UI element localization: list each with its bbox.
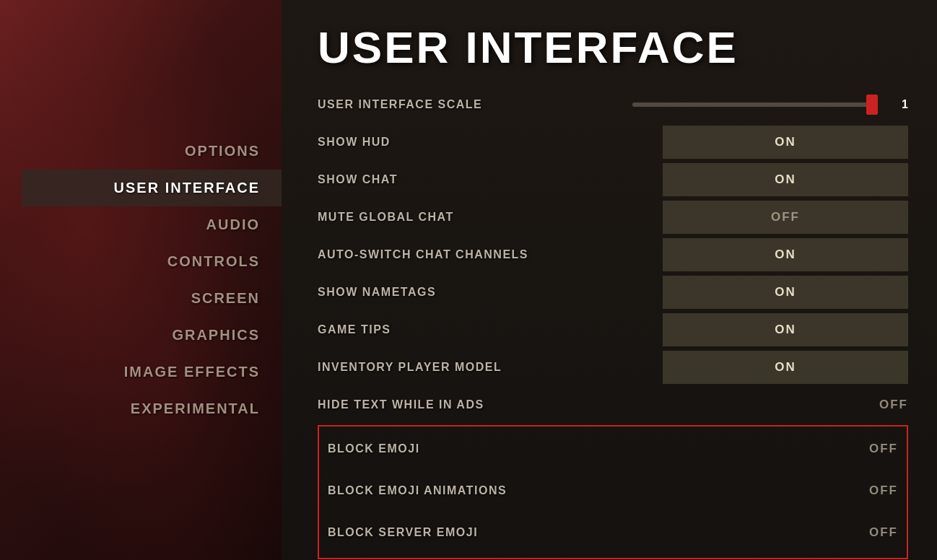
setting-label-ui-scale: USER INTERFACE SCALE <box>318 98 482 111</box>
toggle-block-emoji-animations[interactable]: OFF <box>653 474 898 507</box>
slider-container-ui-scale: 1 <box>482 98 908 111</box>
setting-row-block-server-emoji: BLOCK SERVER EMOJI OFF <box>319 513 907 552</box>
toggle-mute-global-chat[interactable]: OFF <box>663 201 908 234</box>
toggle-game-tips[interactable]: ON <box>663 313 908 346</box>
sidebar-item-controls[interactable]: CONTROLS <box>0 243 260 280</box>
setting-row-show-hud: SHOW HUD ON <box>318 125 908 159</box>
setting-row-ui-scale: USER INTERFACE SCALE 1 <box>318 87 908 122</box>
toggle-hide-text-ads[interactable]: OFF <box>663 388 908 421</box>
setting-label-block-emoji-animations: BLOCK EMOJI ANIMATIONS <box>328 484 507 497</box>
setting-label-show-hud: SHOW HUD <box>318 136 391 149</box>
setting-row-show-nametags: SHOW NAMETAGS ON <box>318 275 908 310</box>
sidebar-item-graphics[interactable]: GRAPHICS <box>0 317 260 354</box>
sidebar-item-audio[interactable]: AUDIO <box>0 206 260 243</box>
toggle-show-chat[interactable]: ON <box>663 163 908 196</box>
toggle-block-emoji[interactable]: OFF <box>653 432 898 465</box>
setting-row-game-tips: GAME TIPS ON <box>318 312 908 347</box>
sidebar-item-user-interface[interactable]: USER INTERFACE <box>22 170 282 206</box>
setting-row-auto-switch-chat: AUTO-SWITCH CHAT CHANNELS ON <box>318 237 908 272</box>
sidebar: OPTIONS USER INTERFACE AUDIO CONTROLS SC… <box>0 0 282 560</box>
sidebar-item-options[interactable]: OPTIONS <box>0 133 260 170</box>
slider-thumb[interactable] <box>866 95 878 115</box>
setting-row-hide-text-ads: HIDE TEXT WHILE IN ADS OFF <box>318 388 908 422</box>
toggle-auto-switch-chat[interactable]: ON <box>663 238 908 271</box>
setting-label-auto-switch-chat: AUTO-SWITCH CHAT CHANNELS <box>318 248 528 261</box>
setting-label-show-chat: SHOW CHAT <box>318 173 398 186</box>
slider-fill <box>632 102 878 107</box>
setting-label-block-emoji: BLOCK EMOJI <box>328 442 420 455</box>
main-content: USER INTERFACE USER INTERFACE SCALE 1 SH… <box>282 0 937 560</box>
setting-row-inventory-player-model: INVENTORY PLAYER MODEL ON <box>318 350 908 385</box>
setting-label-show-nametags: SHOW NAMETAGS <box>318 286 436 299</box>
toggle-show-nametags[interactable]: ON <box>663 276 908 309</box>
toggle-block-server-emoji[interactable]: OFF <box>653 516 898 549</box>
setting-label-mute-global-chat: MUTE GLOBAL CHAT <box>318 211 454 224</box>
setting-label-inventory-player-model: INVENTORY PLAYER MODEL <box>318 361 502 374</box>
page-title: USER INTERFACE <box>318 22 908 73</box>
setting-row-block-emoji: BLOCK EMOJI OFF <box>319 429 907 468</box>
sidebar-item-experimental[interactable]: EXPERIMENTAL <box>0 390 260 427</box>
setting-label-block-server-emoji: BLOCK SERVER EMOJI <box>328 526 478 539</box>
sidebar-item-image-effects[interactable]: IMAGE EFFECTS <box>0 354 260 390</box>
ui-scale-slider[interactable] <box>632 102 878 107</box>
setting-row-show-chat: SHOW CHAT ON <box>318 162 908 197</box>
setting-label-game-tips: GAME TIPS <box>318 323 391 336</box>
setting-label-hide-text-ads: HIDE TEXT WHILE IN ADS <box>318 398 484 411</box>
emoji-settings-section: BLOCK EMOJI OFF BLOCK EMOJI ANIMATIONS O… <box>318 425 908 559</box>
toggle-show-hud[interactable]: ON <box>663 126 908 159</box>
setting-row-block-emoji-animations: BLOCK EMOJI ANIMATIONS OFF <box>319 471 907 510</box>
sidebar-item-screen[interactable]: SCREEN <box>0 280 260 317</box>
slider-value-ui-scale: 1 <box>886 98 908 111</box>
toggle-inventory-player-model[interactable]: ON <box>663 351 908 384</box>
setting-row-mute-global-chat: MUTE GLOBAL CHAT OFF <box>318 200 908 235</box>
